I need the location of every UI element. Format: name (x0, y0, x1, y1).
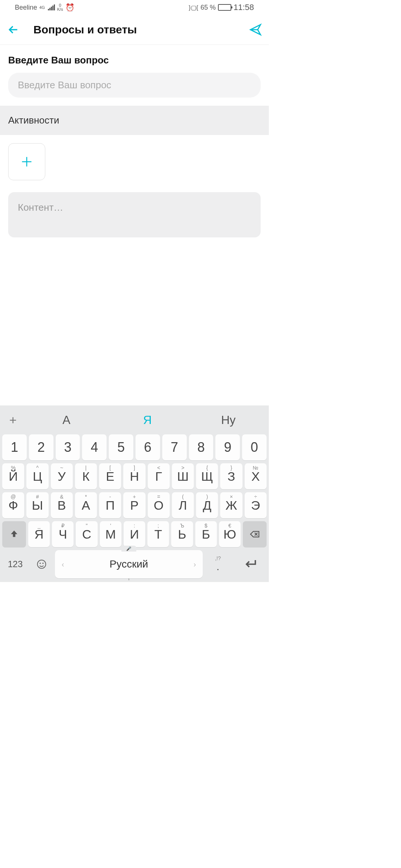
activities-label: Активности (0, 106, 269, 135)
key-row-2: @Ф#Ы&В*А-П+Р=О(Л)Д×Ж÷Э (0, 491, 269, 520)
key-Г[interactable]: <Г (148, 463, 170, 489)
chevron-left-icon: ‹ (62, 560, 64, 569)
shift-key[interactable] (2, 521, 26, 547)
key-Ь[interactable]: ЪЬ (171, 521, 193, 547)
alarm-icon: ⏰ (65, 3, 75, 12)
suggestion-2[interactable]: Я (107, 413, 188, 427)
key-row-numbers: 1234567890 (0, 433, 269, 462)
emoji-key[interactable] (30, 550, 53, 578)
key-row-bottom: 123 🎤 ‹ Русский › , ,!? . (0, 549, 269, 582)
status-right: }▢{ 65 % 11:58 (189, 3, 254, 12)
key-Т[interactable]: ;Т (147, 521, 169, 547)
page-title: Вопросы и ответы (33, 23, 249, 36)
key-0[interactable]: 0 (242, 434, 267, 460)
key-Ю[interactable]: €Ю (219, 521, 241, 547)
key-Ы[interactable]: #Ы (26, 492, 48, 518)
backspace-key[interactable] (243, 521, 267, 547)
content-placeholder: Контент… (18, 202, 63, 213)
key-1[interactable]: 1 (2, 434, 27, 460)
question-input[interactable] (8, 73, 261, 98)
key-К[interactable]: |К (75, 463, 97, 489)
key-Ч[interactable]: ₽Ч (52, 521, 74, 547)
key-Ц[interactable]: ^Ц (26, 463, 48, 489)
key-Н[interactable]: ]Н (123, 463, 145, 489)
keyboard-expand-icon[interactable]: + (0, 413, 26, 427)
key-С[interactable]: "С (76, 521, 97, 547)
key-7[interactable]: 7 (162, 434, 187, 460)
svg-point-1 (40, 563, 41, 564)
svg-point-0 (38, 560, 46, 569)
key-Е[interactable]: [Е (99, 463, 121, 489)
app-header: Вопросы и ответы (0, 15, 269, 45)
suggestion-row: + А Я Ну (0, 407, 269, 433)
network-label: 4G (39, 5, 45, 10)
key-9[interactable]: 9 (215, 434, 240, 460)
keyboard-language: Русский (110, 558, 148, 570)
plus-icon (20, 155, 34, 169)
question-label: Введите Ваш вопрос (0, 45, 269, 73)
mode-key[interactable]: 123 (2, 550, 28, 578)
key-4[interactable]: 4 (82, 434, 107, 460)
key-Ф[interactable]: @Ф (2, 492, 24, 518)
status-left: Beeline 4G 0 K/s ⏰ (15, 3, 75, 12)
punctuation-key[interactable]: ,!? . (205, 550, 231, 578)
activities-area (0, 135, 269, 188)
send-icon[interactable] (249, 23, 262, 36)
battery-icon (218, 4, 231, 11)
key-И[interactable]: :И (124, 521, 145, 547)
key-Д[interactable]: )Д (196, 492, 218, 518)
key-5[interactable]: 5 (109, 434, 133, 460)
key-Л[interactable]: (Л (172, 492, 194, 518)
question-input-wrap (0, 73, 269, 98)
chevron-right-icon: › (193, 560, 196, 569)
key-8[interactable]: 8 (189, 434, 213, 460)
vibrate-icon: }▢{ (189, 4, 198, 11)
signal-icon (48, 4, 55, 10)
mic-icon: 🎤 (121, 546, 136, 552)
key-Я[interactable]: _Я (28, 521, 50, 547)
svg-point-2 (43, 563, 43, 564)
soft-keyboard: + А Я Ну 1234567890 %Й^Ц~У|К[Е]Н<Г>Ш{Щ}З… (0, 405, 269, 582)
key-Б[interactable]: $Б (195, 521, 217, 547)
suggestion-3[interactable]: Ну (188, 413, 269, 427)
key-П[interactable]: -П (99, 492, 121, 518)
key-6[interactable]: 6 (136, 434, 160, 460)
key-row-1: %Й^Ц~У|К[Е]Н<Г>Ш{Щ}З№Х (0, 462, 269, 491)
data-rate-unit: K/s (57, 7, 63, 11)
data-rate: 0 K/s (57, 3, 63, 11)
key-Х[interactable]: №Х (245, 463, 267, 489)
key-Й[interactable]: %Й (2, 463, 24, 489)
key-В[interactable]: &В (51, 492, 73, 518)
status-bar: Beeline 4G 0 K/s ⏰ }▢{ 65 % 11:58 (0, 0, 269, 15)
key-О[interactable]: =О (148, 492, 170, 518)
key-Ж[interactable]: ×Ж (220, 492, 242, 518)
clock: 11:58 (234, 3, 254, 12)
key-З[interactable]: }З (220, 463, 242, 489)
key-У[interactable]: ~У (51, 463, 73, 489)
key-Ш[interactable]: >Ш (172, 463, 194, 489)
content-textarea[interactable]: Контент… (8, 192, 261, 237)
key-Щ[interactable]: {Щ (196, 463, 218, 489)
key-2[interactable]: 2 (29, 434, 53, 460)
back-arrow-icon[interactable] (7, 23, 20, 36)
comma-hint: , (128, 573, 130, 581)
key-А[interactable]: *А (75, 492, 97, 518)
key-М[interactable]: 'М (100, 521, 121, 547)
add-activity-button[interactable] (8, 143, 45, 180)
key-Р[interactable]: +Р (123, 492, 145, 518)
battery-percent: 65 % (200, 4, 216, 11)
punct-sup: ,!? (215, 556, 221, 561)
key-row-3: _Я₽Ч"С'М:И;ТЪЬ$Б€Ю (0, 520, 269, 549)
suggestion-1[interactable]: А (26, 413, 107, 427)
space-key[interactable]: 🎤 ‹ Русский › , (55, 550, 203, 578)
enter-key[interactable] (233, 550, 267, 578)
key-3[interactable]: 3 (56, 434, 80, 460)
carrier-label: Beeline (15, 4, 37, 11)
key-Э[interactable]: ÷Э (245, 492, 267, 518)
